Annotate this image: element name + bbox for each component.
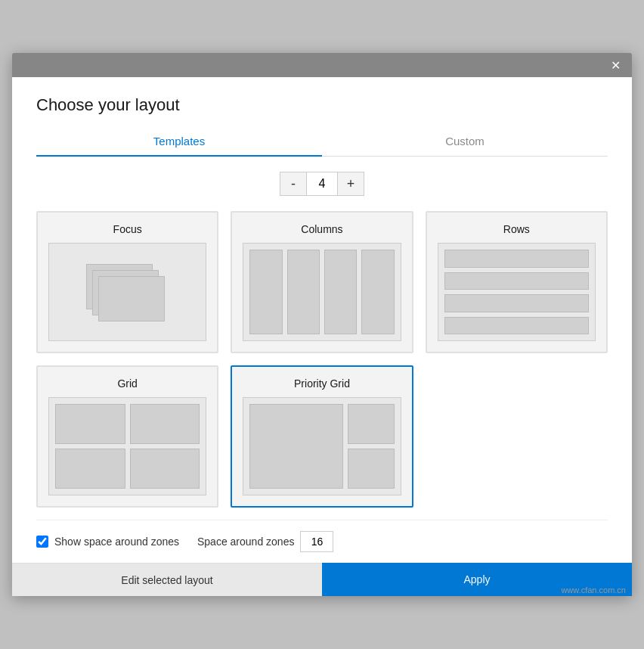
priority-grid-label: Priority Grid — [294, 377, 350, 390]
show-space-checkbox[interactable] — [36, 536, 48, 548]
grid-inner — [49, 398, 206, 495]
col-zone-1 — [249, 250, 282, 334]
focus-label: Focus — [113, 223, 142, 235]
layout-grid-row2: Grid Priority Grid — [36, 365, 608, 508]
focus-stack — [86, 264, 169, 321]
rows-inner — [438, 244, 595, 340]
title-bar: ✕ — [12, 53, 632, 77]
grid-cell-3 — [55, 449, 125, 489]
layout-dialog: ✕ Choose your layout Templates Custom - … — [12, 53, 632, 596]
show-space-row: Show space around zones — [36, 536, 179, 548]
focus-preview — [48, 243, 206, 341]
layout-card-columns[interactable]: Columns — [231, 211, 413, 353]
col-zone-4 — [361, 250, 394, 334]
counter-value: 4 — [307, 172, 337, 196]
layout-card-empty — [426, 365, 608, 508]
bottom-options: Show space around zones Space around zon… — [36, 520, 608, 563]
col-zone-2 — [287, 250, 320, 334]
layout-card-grid[interactable]: Grid — [36, 365, 218, 508]
grid-cell-4 — [130, 449, 200, 489]
grid-cell-1 — [55, 404, 125, 444]
priority-grid-inner — [243, 398, 400, 495]
pg-side-top — [348, 404, 395, 444]
columns-inner — [243, 244, 400, 340]
row-zone-2 — [444, 272, 589, 290]
pg-main-zone — [249, 404, 343, 489]
show-space-label[interactable]: Show space around zones — [54, 536, 179, 548]
pg-side-bottom — [348, 449, 395, 489]
zone-counter: - 4 + — [36, 172, 608, 196]
tab-bar: Templates Custom — [36, 127, 608, 157]
dialog-footer: Edit selected layout Apply — [12, 563, 632, 596]
tab-templates[interactable]: Templates — [36, 127, 322, 157]
dialog-title: Choose your layout — [36, 95, 608, 115]
col-zone-3 — [324, 250, 357, 334]
layout-card-focus[interactable]: Focus — [36, 211, 218, 353]
counter-minus-button[interactable]: - — [280, 172, 307, 196]
row-zone-3 — [444, 294, 589, 312]
columns-preview — [243, 243, 401, 341]
row-zone-1 — [444, 250, 589, 268]
priority-grid-preview — [243, 397, 401, 495]
layout-card-rows[interactable]: Rows — [426, 211, 608, 353]
space-around-row: Space around zones — [197, 531, 333, 552]
close-icon: ✕ — [611, 58, 621, 73]
space-around-input[interactable] — [300, 531, 333, 552]
tab-custom[interactable]: Custom — [322, 127, 608, 157]
grid-label: Grid — [117, 377, 137, 390]
rows-label: Rows — [503, 223, 530, 235]
layout-grid-row1: Focus Columns — [36, 211, 608, 353]
rows-preview — [438, 243, 596, 341]
space-around-label: Space around zones — [197, 536, 294, 548]
focus-card-1 — [98, 276, 165, 321]
row-zone-4 — [444, 317, 589, 335]
dialog-body: Choose your layout Templates Custom - 4 … — [12, 77, 632, 563]
edit-layout-button[interactable]: Edit selected layout — [12, 563, 322, 596]
watermark: www.cfan.com.cn — [561, 585, 626, 595]
grid-preview — [48, 397, 206, 495]
grid-cell-2 — [130, 404, 200, 444]
columns-label: Columns — [301, 223, 342, 235]
layout-card-priority-grid[interactable]: Priority Grid — [231, 365, 413, 508]
counter-plus-button[interactable]: + — [337, 172, 364, 196]
close-button[interactable]: ✕ — [605, 54, 626, 76]
